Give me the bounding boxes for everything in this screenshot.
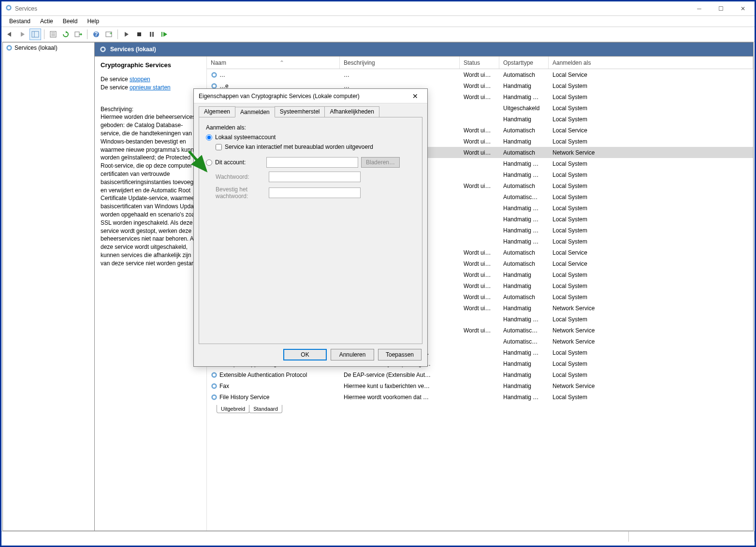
- window-title: Services: [15, 5, 688, 12]
- svg-rect-13: [137, 32, 141, 36]
- svg-rect-15: [152, 32, 154, 37]
- apply-button[interactable]: Toepassen: [378, 349, 422, 360]
- description-text: Hiermee worden drie beheerservices gebod…: [101, 113, 201, 267]
- service-row[interactable]: Extensible Authentication ProtocolDe EAP…: [207, 369, 753, 380]
- start-service-button[interactable]: [121, 29, 132, 40]
- password-input[interactable]: [269, 172, 361, 182]
- menu-actie[interactable]: Actie: [36, 17, 57, 26]
- svg-rect-16: [161, 32, 162, 37]
- close-button[interactable]: ✕: [732, 2, 754, 15]
- tab-uitgebreid[interactable]: Uitgebreid: [217, 405, 249, 413]
- tab-standaard[interactable]: Standaard: [249, 405, 282, 413]
- separator: [87, 29, 87, 39]
- pane-header: Services (lokaal): [95, 43, 753, 56]
- properties-dialog: Eigenschappen van Cryptographic Services…: [193, 88, 428, 367]
- app-icear-icon: [5, 4, 12, 13]
- description-label: Beschrijving:: [101, 105, 201, 114]
- pause-service-button[interactable]: [146, 29, 158, 40]
- separator: [117, 29, 118, 39]
- separator: [44, 29, 44, 39]
- pane-header-title: Services (lokaal): [110, 46, 156, 53]
- menu-help[interactable]: Help: [83, 17, 103, 26]
- svg-point-24: [213, 85, 215, 87]
- password-label: Wachtwoord:: [216, 173, 264, 180]
- gear-icon: [211, 394, 218, 401]
- svg-point-76: [213, 374, 215, 376]
- tree-pane: Services (lokaal): [3, 43, 95, 531]
- restart-link[interactable]: opnieuw starten: [130, 84, 171, 91]
- svg-text:?: ?: [94, 31, 98, 38]
- svg-point-80: [213, 396, 215, 398]
- checkbox-interactive-label: Service kan interactief met bureaublad w…: [225, 144, 373, 150]
- svg-rect-3: [32, 31, 39, 37]
- svg-point-78: [213, 385, 215, 387]
- dialog-close-button[interactable]: ✕: [408, 92, 422, 100]
- svg-point-2: [8, 7, 10, 9]
- back-button[interactable]: [4, 29, 16, 40]
- browse-button[interactable]: Bladeren…: [361, 157, 400, 168]
- svg-point-20: [102, 48, 104, 50]
- properties-button[interactable]: [47, 29, 59, 40]
- ok-button[interactable]: OK: [283, 349, 327, 360]
- export-button[interactable]: [73, 29, 84, 40]
- confirm-password-input[interactable]: [269, 187, 361, 198]
- account-name-input[interactable]: [266, 157, 358, 168]
- tab-afhankelijkheden[interactable]: Afhankelijkheden: [324, 106, 379, 117]
- show-hide-tree-button[interactable]: [29, 29, 41, 40]
- tab-systeemherstel[interactable]: Systeemherstel: [275, 106, 325, 117]
- logon-as-label: Aanmelden als:: [206, 124, 415, 131]
- maximize-button[interactable]: ☐: [710, 2, 732, 15]
- checkbox-interactive-desktop[interactable]: [216, 144, 222, 150]
- tree-item-label: Services (lokaal): [15, 44, 58, 51]
- service-row[interactable]: FaxHiermee kunt u faxberichten ve…Handma…: [207, 380, 753, 391]
- toolbar: ?: [1, 27, 755, 42]
- cancel-button[interactable]: Annuleren: [331, 349, 374, 360]
- radio-this-account-label: Dit account:: [215, 159, 263, 166]
- gear-icon: [211, 383, 218, 389]
- dialog-title: Eigenschappen van Cryptographic Services…: [199, 93, 408, 100]
- menu-beeld[interactable]: Beeld: [59, 17, 82, 26]
- col-description[interactable]: Beschrijving: [340, 57, 460, 69]
- radio-local-system[interactable]: [206, 134, 212, 141]
- stop-link[interactable]: stoppen: [130, 76, 150, 83]
- menubar: Bestand Actie Beeld Help: [1, 16, 755, 27]
- col-logon[interactable]: Aanmelden als: [549, 57, 753, 69]
- svg-line-0: [189, 151, 206, 171]
- gear-icon: [211, 72, 218, 78]
- gear-icon: [211, 372, 218, 378]
- forward-button[interactable]: [17, 29, 29, 40]
- gear-icon: [6, 44, 13, 51]
- radio-local-system-label: Lokaal systeemaccount: [215, 134, 276, 141]
- minimize-button[interactable]: ─: [688, 2, 710, 15]
- svg-point-22: [213, 74, 215, 76]
- tab-aanmelden[interactable]: Aanmelden: [235, 107, 275, 117]
- refresh-button[interactable]: [60, 29, 72, 40]
- statusbar: [1, 531, 755, 542]
- annotation-arrow: [187, 149, 211, 178]
- action-center-button[interactable]: [103, 29, 115, 40]
- confirm-password-label: Bevestig het wachtwoord:: [216, 186, 264, 200]
- col-startup[interactable]: Opstarttype: [499, 57, 549, 69]
- restart-service-button[interactable]: [159, 29, 170, 40]
- titlebar: Services ─ ☐ ✕: [1, 1, 755, 16]
- service-row[interactable]: ……Wordt ui…AutomatischLocal Service: [207, 69, 753, 80]
- tab-algemeen[interactable]: Algemeen: [199, 106, 235, 117]
- column-headers: Naam⌃ Beschrijving Status Opstarttype Aa…: [207, 57, 753, 69]
- svg-point-18: [8, 47, 10, 49]
- gear-icon: [100, 46, 106, 53]
- tree-item-services-local[interactable]: Services (lokaal): [3, 43, 94, 53]
- service-row[interactable]: File History ServiceHiermee wordt voorko…: [207, 391, 753, 403]
- svg-rect-14: [150, 32, 151, 37]
- menu-bestand[interactable]: Bestand: [5, 17, 34, 26]
- svg-rect-9: [75, 32, 79, 37]
- stop-service-button[interactable]: [133, 29, 145, 40]
- service-title: Cryptographic Services: [101, 61, 201, 69]
- col-name[interactable]: Naam⌃: [207, 57, 340, 69]
- col-status[interactable]: Status: [460, 57, 499, 69]
- detail-panel: Cryptographic Services De service stoppe…: [95, 57, 207, 531]
- help-button[interactable]: ?: [90, 29, 102, 40]
